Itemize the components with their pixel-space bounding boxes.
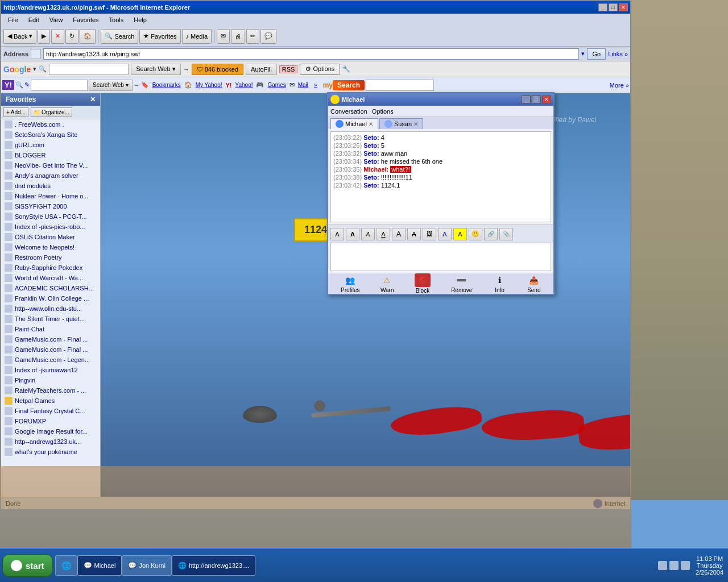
minimize-button[interactable]: _	[598, 3, 607, 11]
aim-warn-action[interactable]: ⚠ Warn	[380, 274, 394, 293]
start-button[interactable]: start	[2, 554, 53, 577]
aim-tab-close-susan[interactable]: ✕	[413, 121, 418, 127]
fav-item-sony[interactable]: SonyStyle USA - PCG-T...	[1, 211, 100, 222]
taskbar-browser-button[interactable]: 🌐 http://andrewg1323....	[172, 555, 255, 576]
fav-item-google-img[interactable]: Google Image Result for...	[1, 426, 100, 436]
google-search-input[interactable]	[49, 64, 129, 75]
messenger-button[interactable]: 💬	[260, 29, 276, 44]
address-input[interactable]	[43, 48, 579, 60]
mail-button[interactable]: ✉	[217, 29, 230, 44]
fav-item-andrewg[interactable]: http--andrewg1323.uk...	[1, 436, 100, 447]
fmt-a-underline[interactable]: A	[377, 228, 390, 240]
more-button[interactable]: More »	[610, 82, 629, 89]
aim-info-action[interactable]: ℹ Info	[493, 274, 507, 293]
add-favorite-button[interactable]: + Add...	[3, 107, 28, 117]
favorites-button[interactable]: ★ Favorites	[139, 29, 180, 44]
options-button[interactable]: ⚙ Options	[300, 64, 340, 75]
aim-menu-conversation[interactable]: Conversation	[330, 108, 367, 115]
taskbar-jon-button[interactable]: 💬 Jon Kurni	[122, 555, 171, 576]
edit-button[interactable]: ✏	[246, 29, 259, 44]
menu-edit[interactable]: Edit	[24, 15, 44, 24]
menu-view[interactable]: View	[45, 15, 68, 24]
menu-tools[interactable]: Tools	[105, 15, 129, 24]
taskbar-ie-button[interactable]: 🌐	[55, 555, 77, 576]
yahoo-arrow-btn[interactable]: →	[134, 82, 140, 89]
yahoo-bookmarks-link[interactable]: Bookmarks	[150, 81, 183, 89]
aim-tab-susan[interactable]: Susan ✕	[379, 118, 423, 129]
fav-item-timer[interactable]: The Silent Timer - quiet...	[1, 314, 100, 324]
fav-item-sissyfight[interactable]: SiSSYFiGHT 2000	[1, 201, 100, 211]
google-spanner-icon[interactable]: 🔧	[342, 65, 350, 73]
fav-item-academic[interactable]: ACADEMIC SCHOLARSH...	[1, 283, 100, 293]
aim-minimize-button[interactable]: _	[522, 95, 531, 103]
yahoo-games-icon[interactable]: 🎮	[256, 81, 264, 89]
fav-item-pokedex[interactable]: Ruby-Sapphire Pokedex	[1, 263, 100, 273]
google-search-web-button[interactable]: Search Web ▾	[131, 64, 180, 75]
aim-block-action[interactable]: 🚫 Block	[415, 273, 431, 294]
yahoo-search-web-btn[interactable]: Search Web ▾	[89, 80, 133, 91]
back-button[interactable]: ◀ Back ▾	[3, 29, 36, 44]
fav-item-index-jk[interactable]: Index of -jkurniawan12	[1, 365, 100, 375]
fav-item-blogger[interactable]: BLOGGER	[1, 150, 100, 160]
favorites-close[interactable]: ✕	[90, 95, 96, 103]
fmt-a-strikethrough[interactable]: A	[407, 228, 421, 240]
aim-tab-close-michael[interactable]: ✕	[369, 121, 373, 127]
fav-item-franklin[interactable]: Franklin W. Olin College ...	[1, 293, 100, 304]
fav-item-neovibe[interactable]: NeoVibe- Get Into The V...	[1, 160, 100, 171]
close-button[interactable]: ✕	[619, 3, 628, 11]
fmt-a-bold[interactable]: A	[346, 228, 359, 240]
organize-favorites-button[interactable]: 📁 Organize...	[31, 107, 72, 117]
yahoo-search-input[interactable]	[31, 80, 88, 91]
fav-item-neopets[interactable]: Welcome to Neopets!	[1, 242, 100, 252]
fav-item-dnd[interactable]: dnd modules	[1, 181, 100, 191]
fmt-a-normal[interactable]: A	[330, 228, 344, 240]
autofill-button[interactable]: AutoFill	[246, 64, 277, 75]
menu-help[interactable]: Help	[129, 15, 151, 24]
aim-menu-options[interactable]: Options	[372, 108, 394, 115]
fav-item-nuklear[interactable]: Nuklear Power - Home o...	[1, 191, 100, 201]
fmt-attachment[interactable]: 📎	[499, 228, 513, 240]
fmt-a-large[interactable]: A	[392, 228, 406, 240]
fmt-a-italic[interactable]: A	[361, 228, 375, 240]
my-search-input[interactable]	[366, 80, 434, 91]
fmt-image[interactable]: 🖼	[423, 228, 436, 240]
yahoo-games-link[interactable]: Games	[265, 81, 288, 89]
fav-item-wow[interactable]: World of Warcraft - Wa...	[1, 273, 100, 283]
stop-button[interactable]: ✕	[51, 29, 64, 44]
rss-button[interactable]: RSS	[279, 65, 298, 73]
fav-item-anagram[interactable]: Andy's anagram solver	[1, 171, 100, 181]
refresh-button[interactable]: ↻	[65, 29, 78, 44]
fmt-a-bg[interactable]: A	[453, 228, 467, 240]
fav-item-gm2[interactable]: GameMusic.com - Final ...	[1, 344, 100, 355]
fav-item-gurl[interactable]: gURL.com	[1, 140, 100, 150]
fav-item-freewebs[interactable]: . FreeWebs.com .	[1, 119, 100, 130]
home-button[interactable]: 🏠	[80, 29, 96, 44]
yahoo-my-yahoo-icon[interactable]: 🏠	[184, 81, 192, 89]
media-button[interactable]: ♪ Media	[182, 29, 212, 44]
fav-item-pingvin[interactable]: Pingvin	[1, 375, 100, 385]
taskbar-michael-button[interactable]: 💬 Michael	[77, 555, 122, 576]
google-dropdown-arrow[interactable]: ▾	[33, 65, 36, 73]
fav-item-forumxp[interactable]: FORUMXP	[1, 416, 100, 426]
fav-item-olin[interactable]: http--www.olin.edu-stu...	[1, 304, 100, 314]
links-button[interactable]: Links »	[608, 51, 628, 57]
fav-item-restroom[interactable]: Restroom Poetry	[1, 252, 100, 263]
aim-maximize-button[interactable]: □	[532, 95, 541, 103]
yahoo-pencil[interactable]: ✎	[24, 81, 30, 89]
yahoo-my-yahoo-link[interactable]: My Yahoo!	[193, 81, 225, 89]
yahoo-search-icon[interactable]: 🔍	[15, 81, 23, 89]
menu-favorites[interactable]: Favorites	[68, 15, 103, 24]
aim-remove-action[interactable]: ➖ Remove	[451, 274, 472, 293]
aim-profiles-action[interactable]: 👥 Profiles	[341, 274, 359, 293]
fav-item-paintchat[interactable]: Paint-Chat	[1, 324, 100, 334]
aim-close-button[interactable]: ✕	[542, 95, 551, 103]
yahoo-more-link[interactable]: »	[312, 81, 320, 89]
google-arrow-btn[interactable]: →	[183, 66, 189, 73]
fav-item-ratemyteachers[interactable]: RateMyTeachers.com - ...	[1, 385, 100, 396]
fmt-emoticon[interactable]: 🙂	[469, 228, 482, 240]
yahoo-mail-icon[interactable]: ✉	[289, 81, 295, 89]
yahoo-bookmark-icon[interactable]: 🔖	[141, 81, 149, 89]
forward-button[interactable]: ▶	[38, 29, 50, 44]
go-button[interactable]: Go	[587, 48, 606, 60]
aim-send-action[interactable]: 📤 Send	[527, 274, 541, 293]
